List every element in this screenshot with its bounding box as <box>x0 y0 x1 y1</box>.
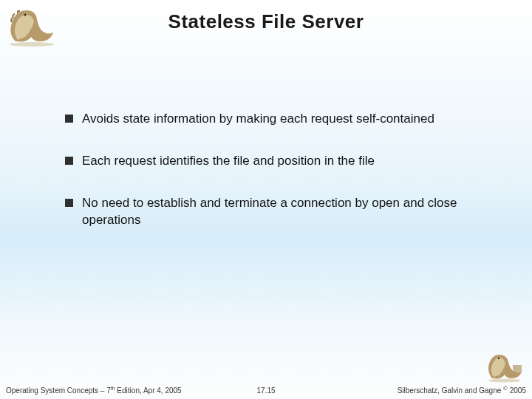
bullet-text: Each request identifies the file and pos… <box>82 153 375 170</box>
slide-title: Stateless File Server <box>0 0 532 33</box>
footer-page-number: 17.15 <box>256 386 275 395</box>
slide-footer: Operating System Concepts – 7th Edition,… <box>0 383 532 395</box>
svg-point-0 <box>10 42 54 47</box>
footer-copyright: Silberschatz, Galvin and Gagne © 2005 <box>398 385 526 395</box>
svg-point-3 <box>498 358 499 359</box>
dinosaur-logo-bottom-right <box>483 350 526 383</box>
footer-left-text: Operating System Concepts – 7th Edition,… <box>6 386 182 395</box>
svg-point-1 <box>24 14 27 16</box>
bullet-text: No need to establish and terminate a con… <box>82 195 488 229</box>
square-bullet-icon <box>65 115 73 123</box>
svg-rect-4 <box>513 365 522 372</box>
list-item: Avoids state information by making each … <box>65 111 488 128</box>
bullet-text: Avoids state information by making each … <box>82 111 434 128</box>
list-item: Each request identifies the file and pos… <box>65 153 488 170</box>
square-bullet-icon <box>65 157 73 165</box>
list-item: No need to establish and terminate a con… <box>65 195 488 229</box>
bullet-list: Avoids state information by making each … <box>65 111 488 254</box>
square-bullet-icon <box>65 199 73 207</box>
svg-point-2 <box>488 379 521 383</box>
dinosaur-logo-top-left <box>4 4 59 47</box>
